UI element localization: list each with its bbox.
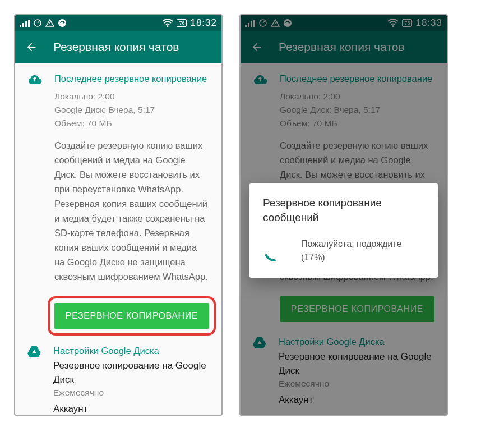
last-backup-title: Последнее резервное копирование [54, 74, 209, 84]
dialog-message: Пожалуйста, подождите (17%) [301, 237, 424, 264]
backup-button[interactable]: РЕЗЕРВНОЕ КОПИРОВАНИЕ [54, 303, 209, 329]
backup-progress-dialog: Резервное копирование сообщений Пожалуйс… [249, 183, 438, 278]
svg-rect-0 [20, 25, 21, 27]
signal-icon [20, 19, 30, 27]
sync-icon [58, 19, 67, 27]
svg-point-8 [167, 25, 169, 27]
svg-rect-3 [28, 20, 30, 27]
battery-icon: 76 [177, 19, 187, 27]
back-icon[interactable] [25, 41, 38, 53]
app-bar: Резервная копия чатов [15, 31, 221, 63]
clock-text: 18:32 [190, 17, 217, 29]
svg-rect-2 [25, 21, 27, 27]
last-backup-section: Последнее резервное копирование Локально… [15, 63, 221, 343]
svg-rect-6 [49, 25, 50, 25]
gauge-icon [33, 19, 42, 27]
dialog-title: Резервное копирование сообщений [263, 196, 424, 225]
size-line: Объем: 70 МБ [54, 117, 209, 130]
warning-icon [45, 19, 54, 27]
gdrive-heading: Настройки Google Диска [53, 346, 209, 356]
status-bar: 76 18:32 [15, 15, 221, 31]
local-backup-line: Локально: 2:00 [54, 90, 209, 103]
svg-rect-5 [49, 22, 50, 24]
account-item[interactable]: Аккаунт [53, 403, 209, 415]
svg-point-7 [58, 19, 66, 27]
backup-to-drive-item[interactable]: Резервное копирование на Google Диск [53, 359, 209, 387]
backup-frequency: Ежемесячно [53, 388, 209, 398]
phone-screenshot-left: 76 18:32 Резервная копия чатов Последнее… [14, 14, 223, 416]
svg-rect-1 [22, 23, 24, 27]
gdrive-settings-section: Настройки Google Диска Резервное копиров… [15, 343, 221, 416]
google-drive-icon [27, 346, 41, 358]
backup-description: Создайте резервную копию ваших сообщений… [54, 138, 209, 284]
page-title: Резервная копия чатов [53, 40, 179, 54]
phone-screenshot-right: 76 18:33 Резервная копия чатов Последнее… [239, 14, 448, 416]
wifi-icon [162, 19, 173, 27]
drive-backup-line: Google Диск: Вчера, 5:17 [54, 103, 209, 117]
cloud-upload-icon [27, 74, 42, 85]
highlight-frame: РЕЗЕРВНОЕ КОПИРОВАНИЕ [48, 296, 216, 336]
spinner-icon [263, 239, 286, 263]
